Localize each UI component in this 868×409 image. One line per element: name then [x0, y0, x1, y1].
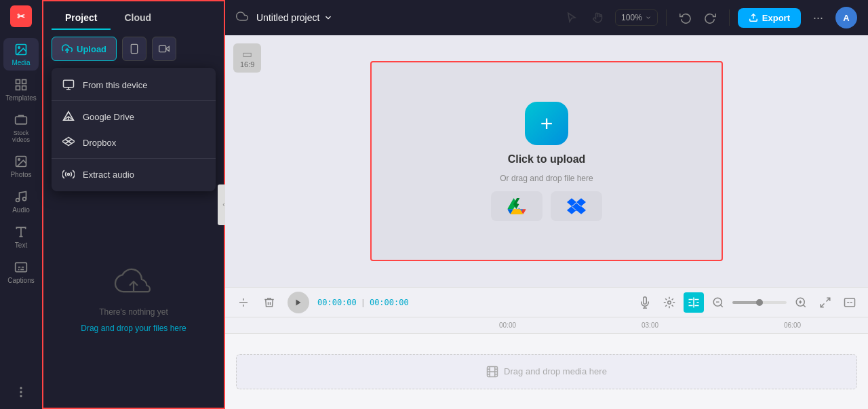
app-logo[interactable]: ✂ — [10, 5, 32, 27]
split-btn[interactable] — [684, 292, 704, 313]
dropbox-canvas-icon — [567, 198, 586, 214]
effects-btn[interactable] — [659, 292, 679, 313]
timeline-total-time: 00:00:00 — [370, 298, 409, 307]
ruler-mark-2: 06:00 — [784, 322, 801, 329]
drop-media-zone[interactable]: Drag and drop media here — [236, 354, 857, 389]
main-area: Untitled project 100% — [225, 0, 868, 409]
svg-rect-22 — [64, 80, 74, 87]
panel: Project Cloud Upload F — [42, 0, 225, 409]
canvas-upload-btn[interactable]: + — [525, 102, 568, 145]
sidebar-item-stock[interactable]: Stock videos — [3, 109, 39, 147]
sidebar-item-templates-label: Templates — [5, 94, 37, 102]
extract-audio-icon — [62, 168, 75, 180]
svg-point-1 — [18, 47, 20, 49]
canvas-drag-text: Or drag and drop file here — [500, 174, 593, 183]
sidebar-item-photos[interactable]: Photos — [3, 150, 39, 182]
topbar-divider-1 — [666, 9, 667, 26]
export-button[interactable]: Export — [738, 8, 801, 28]
sidebar-item-media[interactable]: Media — [3, 38, 39, 71]
film-icon — [486, 366, 498, 378]
project-title[interactable]: Untitled project — [256, 12, 333, 23]
microphone-btn[interactable] — [635, 292, 655, 313]
cloud-status-icon — [236, 10, 248, 25]
zoom-display[interactable]: 100% — [615, 9, 658, 26]
webcam-button[interactable] — [152, 37, 176, 61]
topbar-divider-2 — [729, 9, 730, 26]
zoom-slider[interactable] — [732, 301, 787, 304]
from-this-device-item[interactable]: From this device — [52, 72, 216, 98]
hand-tool-btn[interactable] — [588, 7, 610, 28]
sidebar-item-photos-label: Photos — [10, 171, 31, 178]
canvas-upload-title: Click to upload — [508, 153, 586, 165]
sidebar-item-more[interactable] — [3, 381, 39, 404]
sidebar-icons: ✂ Media Templates Stock videos — [0, 0, 42, 409]
svg-point-9 — [16, 199, 20, 202]
svg-rect-6 — [16, 117, 27, 124]
delete-tool-btn[interactable] — [259, 292, 279, 313]
svg-point-15 — [20, 391, 22, 393]
google-drive-item[interactable]: Google Drive — [52, 104, 216, 130]
sidebar-item-text[interactable]: Text — [3, 220, 39, 253]
timeline-toolbar: 00:00:00 | 00:00:00 — [225, 288, 868, 317]
google-drive-canvas-btn[interactable] — [491, 191, 542, 221]
export-icon — [749, 13, 758, 22]
tab-project[interactable]: Project — [52, 7, 111, 30]
audio-icon — [14, 189, 28, 204]
cloud-upload-illustration — [113, 267, 154, 300]
svg-point-16 — [20, 395, 22, 397]
pointer-tool-btn[interactable] — [561, 7, 583, 28]
svg-rect-21 — [159, 45, 166, 52]
timeline-play-btn[interactable] — [288, 292, 309, 313]
sidebar-item-templates[interactable]: Templates — [3, 73, 39, 106]
svg-point-26 — [68, 174, 70, 176]
upload-dropdown: From this device Google Drive Dropbox Ex… — [52, 68, 216, 191]
svg-rect-13 — [16, 262, 27, 271]
redo-btn[interactable] — [699, 7, 721, 28]
captions-icon — [14, 260, 28, 275]
panel-empty-subtext: Drag and drop your files here — [81, 324, 186, 333]
zoom-in-btn[interactable] — [791, 292, 811, 313]
svg-rect-46 — [845, 298, 855, 307]
svg-point-35 — [668, 300, 671, 304]
topbar-tools: 100% — [561, 7, 658, 28]
dropdown-divider-1 — [52, 100, 216, 101]
zoom-out-btn[interactable] — [708, 292, 728, 313]
tab-cloud[interactable]: Cloud — [111, 7, 165, 30]
aspect-ratio-badge: ▭ 16:9 — [233, 43, 261, 73]
sidebar-item-text-label: Text — [15, 241, 27, 249]
sidebar-item-audio[interactable]: Audio — [3, 185, 39, 218]
svg-line-44 — [827, 298, 830, 301]
extract-audio-item[interactable]: Extract audio — [52, 161, 216, 187]
dropbox-item[interactable]: Dropbox — [52, 130, 216, 155]
text-icon — [14, 225, 28, 239]
upload-button[interactable]: Upload — [52, 37, 117, 61]
trim-tool-btn[interactable] — [233, 292, 254, 313]
canvas-source-buttons — [491, 191, 602, 221]
ruler-mark-0: 00:00 — [499, 322, 516, 329]
monitor-icon — [62, 79, 75, 91]
phone-upload-button[interactable] — [122, 37, 146, 61]
svg-rect-5 — [22, 86, 26, 90]
zoom-chevron-icon — [645, 14, 652, 21]
dropbox-canvas-btn[interactable] — [551, 191, 602, 221]
upload-section: Upload — [43, 30, 224, 68]
ruler-mark-1: 03:00 — [642, 322, 658, 329]
svg-line-41 — [803, 305, 805, 307]
photos-icon — [14, 154, 28, 169]
canvas-area: ▭ 16:9 + Click to upload Or drag and dro… — [225, 35, 868, 287]
topbar: Untitled project 100% — [225, 0, 868, 35]
caption-view-btn[interactable] — [840, 292, 860, 313]
sidebar-item-media-label: Media — [12, 59, 30, 66]
undo-btn[interactable] — [675, 7, 696, 28]
sidebar-item-captions[interactable]: Captions — [3, 256, 39, 288]
fullscreen-btn[interactable] — [815, 292, 835, 313]
dropdown-divider-2 — [52, 158, 216, 159]
user-avatar[interactable]: A — [835, 7, 857, 28]
svg-point-8 — [18, 159, 20, 161]
undo-redo-group — [675, 7, 721, 28]
more-options-btn[interactable]: ··· — [809, 11, 827, 25]
templates-icon — [14, 77, 28, 92]
timeline-timecode-separator: | — [362, 298, 364, 307]
svg-rect-4 — [16, 86, 20, 90]
svg-point-14 — [20, 387, 22, 389]
